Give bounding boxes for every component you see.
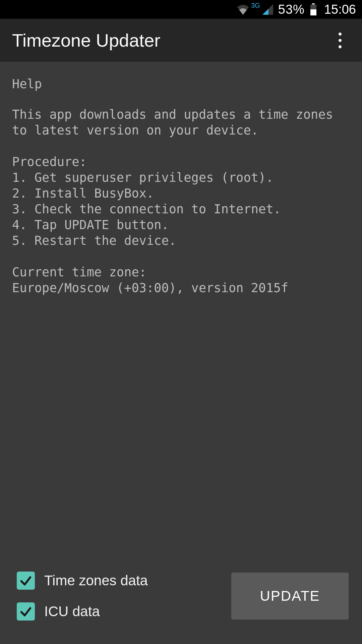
procedure-step: 5. Restart the device. [12,233,350,249]
status-bar: 3G 53% 15:06 [0,0,362,19]
status-clock: 15:06 [324,2,356,17]
spacer [12,139,350,154]
dots-vertical-icon [339,45,342,48]
app-bar: Timezone Updater [0,19,362,62]
checkbox-group: Time zones data ICU data [17,572,148,621]
procedure-label: Procedure: [12,154,350,170]
network-type-label: 3G [251,2,260,9]
svg-rect-0 [312,3,314,5]
battery-icon [309,3,317,15]
dots-vertical-icon [339,39,342,42]
help-title: Help [12,76,350,92]
overflow-menu-button[interactable] [330,27,350,54]
update-button[interactable]: UPDATE [231,573,349,620]
checkbox-icudata[interactable]: ICU data [17,602,148,621]
cell-signal-icon [262,4,274,15]
help-intro: This app downloads and updates a time zo… [12,107,350,139]
current-tz-label: Current time zone: [12,265,350,280]
bottom-panel: Time zones data ICU data UPDATE [0,558,362,644]
dots-vertical-icon [339,33,342,36]
help-content: Help This app downloads and updates a ti… [0,62,362,567]
procedure-step: 4. Tap UPDATE button. [12,217,350,233]
procedure-step: 2. Install BusyBox. [12,186,350,202]
checkbox-label: Time zones data [44,573,148,589]
svg-rect-2 [310,9,316,15]
procedure-step: 1. Get superuser privileges (root). [12,170,350,186]
app-title: Timezone Updater [12,30,160,51]
checkbox-label: ICU data [44,603,100,620]
checkmark-icon [17,572,35,590]
battery-percentage: 53% [278,2,305,17]
checkmark-icon [17,602,35,621]
checkbox-tzdata[interactable]: Time zones data [17,572,148,590]
current-tz-value: Europe/Moscow (+03:00), version 2015f [12,280,350,296]
procedure-step: 3. Check the connection to Internet. [12,202,350,217]
wifi-icon [236,4,250,15]
spacer [12,249,350,265]
